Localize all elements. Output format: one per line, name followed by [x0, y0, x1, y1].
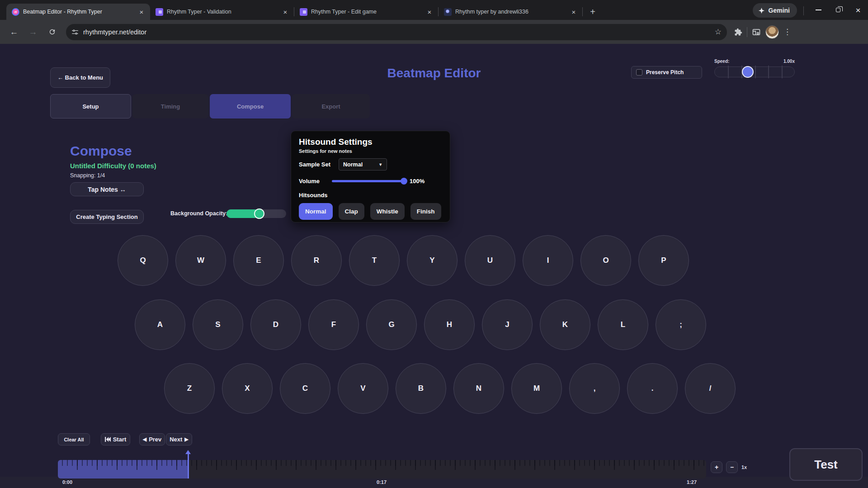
- site-settings-icon[interactable]: [71, 28, 79, 36]
- preserve-pitch-checkbox[interactable]: [636, 69, 642, 76]
- key-E[interactable]: E: [233, 235, 284, 286]
- volume-slider-thumb[interactable]: [401, 178, 407, 185]
- hitsound-clap-button[interactable]: Clap: [339, 203, 364, 220]
- key-X[interactable]: X: [222, 363, 273, 414]
- hitsound-panel-subtitle: Settings for new notes: [299, 148, 442, 154]
- test-button[interactable]: Test: [789, 448, 863, 481]
- gemini-spark-icon: [758, 7, 765, 14]
- prev-button[interactable]: ◀ Prev: [139, 433, 165, 445]
- close-window-button[interactable]: ×: [848, 2, 868, 18]
- key-H[interactable]: H: [424, 299, 475, 350]
- back-nav-button[interactable]: ←: [5, 24, 23, 41]
- beatmap-editor-page: ← Back to Menu Beatmap Editor Preserve P…: [0, 44, 868, 488]
- hitsound-panel-title: Hitsound Settings: [299, 137, 442, 147]
- skip-to-start-button[interactable]: Start: [101, 433, 130, 445]
- background-opacity-slider[interactable]: [226, 209, 286, 218]
- speed-tick: [768, 66, 769, 78]
- back-to-menu-button[interactable]: ← Back to Menu: [50, 67, 110, 88]
- browser-toolbar: ← → rhythmtyper.net/editor ☆ ⋮: [0, 20, 868, 44]
- address-bar[interactable]: rhythmtyper.net/editor ☆: [66, 24, 727, 40]
- close-tab-icon[interactable]: ×: [425, 8, 434, 16]
- key-F[interactable]: F: [308, 299, 359, 350]
- volume-slider[interactable]: [332, 180, 404, 182]
- side-panel-icon[interactable]: [752, 28, 761, 37]
- tap-notes-button[interactable]: Tap Notes ↔: [70, 182, 144, 196]
- tab-setup[interactable]: Setup: [50, 94, 131, 118]
- close-tab-icon[interactable]: ×: [570, 8, 578, 16]
- gemini-button[interactable]: Gemini: [753, 3, 797, 18]
- tab-compose[interactable]: Compose: [210, 94, 291, 118]
- close-window-icon: ×: [855, 6, 860, 14]
- key-Y[interactable]: Y: [407, 235, 458, 286]
- reload-button[interactable]: [43, 24, 61, 41]
- prev-label: Prev: [149, 436, 161, 443]
- key-O[interactable]: O: [580, 235, 631, 286]
- timeline-zoom-in-button[interactable]: +: [711, 461, 722, 473]
- key-V[interactable]: V: [338, 363, 388, 414]
- next-label: Next: [170, 436, 182, 443]
- start-label: Start: [113, 436, 127, 443]
- tab-timing[interactable]: Timing: [132, 94, 208, 118]
- key-T[interactable]: T: [349, 235, 400, 286]
- new-tab-button[interactable]: +: [586, 5, 599, 18]
- hitsound-finish-button[interactable]: Finish: [410, 203, 441, 220]
- close-tab-icon[interactable]: ×: [137, 8, 146, 16]
- rt-favicon: rt: [12, 8, 19, 16]
- browser-tab-edit-game[interactable]: Rhythm Typer - Edit game ×: [294, 4, 438, 20]
- key-D[interactable]: D: [250, 299, 301, 350]
- key-A[interactable]: A: [135, 299, 185, 350]
- key-M[interactable]: M: [511, 363, 562, 414]
- timeline-playhead[interactable]: [188, 454, 189, 479]
- key-U[interactable]: U: [465, 235, 515, 286]
- key-I[interactable]: I: [523, 235, 573, 286]
- extensions-icon[interactable]: [734, 28, 742, 36]
- key-Q[interactable]: Q: [118, 235, 168, 286]
- key-G[interactable]: G: [366, 299, 417, 350]
- browser-tab-andrewli336[interactable]: Rhythm typer by andrewli336 ×: [439, 4, 582, 20]
- key-S[interactable]: S: [193, 299, 243, 350]
- next-button[interactable]: Next ▶: [166, 433, 192, 445]
- speed-slider[interactable]: [714, 66, 795, 77]
- tab-export[interactable]: Export: [292, 94, 370, 118]
- key-C[interactable]: C: [280, 363, 330, 414]
- key-J[interactable]: J: [482, 299, 533, 350]
- key-L[interactable]: L: [598, 299, 648, 350]
- minimize-button[interactable]: [808, 2, 828, 18]
- key-,[interactable]: ,: [569, 363, 620, 414]
- key-;[interactable]: ;: [656, 299, 706, 350]
- speed-labels: Speed: 1.00x: [714, 59, 795, 64]
- key-N[interactable]: N: [453, 363, 504, 414]
- browser-tab-beatmap-editor[interactable]: rt Beatmap Editor - Rhythm Typer ×: [6, 4, 150, 20]
- key-P[interactable]: P: [638, 235, 689, 286]
- hitsound-whistle-button[interactable]: Whistle: [370, 203, 405, 220]
- timeline-zoom-level: 1x: [741, 464, 747, 470]
- clear-all-button[interactable]: Clear All: [58, 433, 90, 445]
- url-text[interactable]: rhythmtyper.net/editor: [83, 28, 710, 36]
- browser-menu-icon[interactable]: ⋮: [783, 27, 791, 37]
- speed-value: 1.00x: [783, 59, 795, 64]
- background-opacity-thumb[interactable]: [254, 208, 264, 219]
- restore-button[interactable]: [828, 2, 848, 18]
- key-K[interactable]: K: [540, 299, 590, 350]
- preserve-pitch-toggle[interactable]: Preserve Pitch: [631, 66, 702, 79]
- profile-avatar[interactable]: [765, 25, 779, 39]
- create-typing-section-button[interactable]: Create Typing Section: [70, 210, 144, 224]
- key-W[interactable]: W: [175, 235, 226, 286]
- sample-set-dropdown[interactable]: Normal ▼: [339, 158, 387, 171]
- key-.[interactable]: .: [627, 363, 678, 414]
- timeline-time-start: 0:00: [62, 479, 72, 485]
- browser-tab-validation[interactable]: Rhythm Typer - Validation ×: [150, 4, 294, 20]
- bookmark-star-icon[interactable]: ☆: [715, 27, 722, 37]
- hitsound-normal-button[interactable]: Normal: [299, 203, 333, 220]
- forward-nav-button[interactable]: →: [24, 24, 42, 41]
- close-tab-icon[interactable]: ×: [281, 8, 289, 16]
- key-/[interactable]: /: [685, 363, 736, 414]
- timeline-zoom-out-button[interactable]: −: [726, 461, 738, 473]
- tab-separator: [582, 7, 583, 16]
- key-Z[interactable]: Z: [164, 363, 215, 414]
- key-B[interactable]: B: [396, 363, 446, 414]
- timeline[interactable]: [58, 460, 706, 479]
- background-opacity-label: Background Opacity:: [170, 210, 227, 217]
- speed-slider-thumb[interactable]: [742, 66, 754, 78]
- key-R[interactable]: R: [291, 235, 342, 286]
